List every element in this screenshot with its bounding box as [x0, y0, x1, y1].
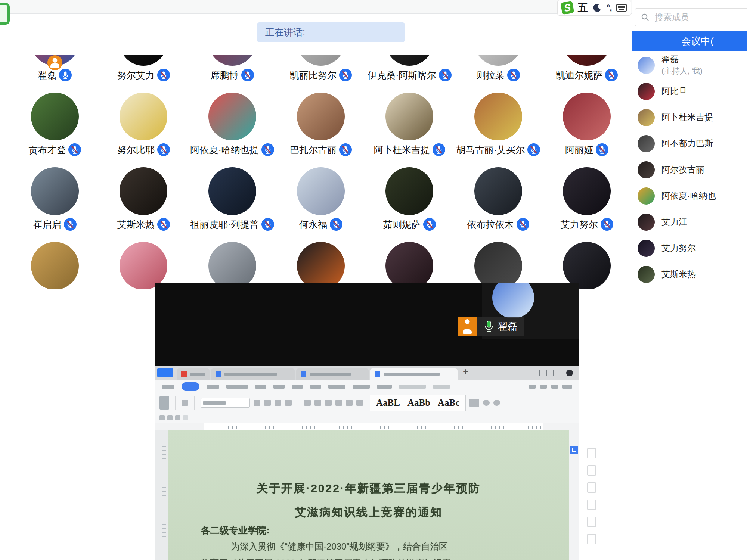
- mic-icon[interactable]: [423, 218, 436, 231]
- mic-icon[interactable]: [339, 143, 352, 156]
- menu-item[interactable]: [226, 385, 248, 389]
- indent-button[interactable]: [335, 400, 342, 406]
- account-avatar-icon[interactable]: [566, 370, 573, 376]
- member-search-box[interactable]: [635, 8, 747, 26]
- styles-gallery[interactable]: AaBL AaBb AaBc: [370, 395, 466, 411]
- side-tool-icon[interactable]: [587, 448, 596, 458]
- style-chip[interactable]: AaBL: [376, 398, 400, 408]
- participant-tile[interactable]: [99, 242, 187, 289]
- mic-icon[interactable]: [330, 218, 342, 231]
- search-tool-icon[interactable]: [539, 370, 547, 376]
- participant-tile[interactable]: 翟磊: [10, 55, 99, 93]
- participant-tile[interactable]: 努尔比耶: [99, 93, 187, 167]
- participant-tile[interactable]: 巴扎尔古丽: [276, 93, 365, 167]
- sogou-logo-icon[interactable]: S: [561, 1, 574, 15]
- tab-in-meeting[interactable]: 会议中(: [632, 31, 747, 51]
- mic-icon[interactable]: [339, 69, 352, 81]
- underline-button[interactable]: [275, 400, 281, 406]
- participant-tile[interactable]: 祖丽皮耶·列提普: [188, 167, 276, 242]
- menu-item[interactable]: [353, 385, 370, 389]
- participant-tile[interactable]: [188, 242, 276, 289]
- menu-item[interactable]: [273, 385, 285, 389]
- shading-button[interactable]: [356, 400, 363, 406]
- mic-icon[interactable]: [241, 69, 254, 81]
- moon-icon[interactable]: [592, 3, 602, 13]
- font-color-button[interactable]: [285, 400, 292, 406]
- participant-tile[interactable]: 胡马古丽·艾买尔: [454, 93, 542, 167]
- menu-item[interactable]: [377, 385, 392, 389]
- participant-tile[interactable]: 艾斯米热: [99, 167, 187, 242]
- mic-icon[interactable]: [527, 143, 540, 156]
- wps-tab[interactable]: [177, 368, 210, 380]
- participant-tile[interactable]: 伊克桑·阿斯喀尔: [365, 55, 454, 93]
- side-tool-icon[interactable]: [587, 465, 596, 476]
- member-item[interactable]: 阿卜杜米吉提: [632, 105, 747, 131]
- member-item[interactable]: 阿比旦: [632, 78, 747, 105]
- participant-tile[interactable]: 阿依夏·哈纳也提: [188, 93, 276, 167]
- participant-tile[interactable]: 阿丽娅: [543, 93, 631, 167]
- participant-tile[interactable]: [365, 242, 454, 289]
- mic-icon[interactable]: [157, 69, 170, 81]
- list-button[interactable]: [325, 400, 332, 406]
- mic-icon[interactable]: [596, 143, 608, 156]
- member-item[interactable]: 艾力努尔: [632, 235, 747, 261]
- mic-icon[interactable]: [601, 218, 613, 231]
- format-painter-icon[interactable]: [182, 400, 188, 406]
- wps-tab[interactable]: [296, 368, 369, 380]
- menu-item[interactable]: [399, 385, 426, 389]
- menu-item[interactable]: [328, 385, 345, 389]
- replace-button[interactable]: [493, 400, 500, 406]
- participant-tile[interactable]: 努尔艾力: [99, 55, 187, 93]
- document-page[interactable]: 关于开展·2022·年新疆第三届青少年预防 艾滋病知识线上竞赛的通知 各二级专业…: [168, 430, 569, 560]
- member-item[interactable]: 艾力江: [632, 209, 747, 235]
- participant-tile[interactable]: 贡布才登: [10, 93, 99, 167]
- align-center-button[interactable]: [314, 400, 321, 406]
- keyboard-icon[interactable]: [616, 4, 627, 12]
- wps-tab-active[interactable]: [370, 368, 458, 380]
- mic-icon[interactable]: [59, 69, 72, 81]
- mic-icon[interactable]: [261, 218, 274, 231]
- member-item[interactable]: 阿不都力巴斯: [632, 131, 747, 157]
- mic-icon[interactable]: [68, 143, 81, 156]
- mic-icon[interactable]: [157, 218, 170, 231]
- italic-button[interactable]: [264, 400, 271, 406]
- wps-tab[interactable]: [211, 368, 295, 380]
- bold-button[interactable]: [254, 400, 260, 406]
- side-tool-icon[interactable]: [587, 482, 596, 493]
- paste-button[interactable]: [159, 396, 169, 410]
- align-left-button[interactable]: [304, 400, 311, 406]
- menu-item[interactable]: [310, 385, 321, 389]
- ime-tone-marks[interactable]: °,: [607, 3, 612, 13]
- mic-icon[interactable]: [439, 69, 452, 81]
- participant-tile[interactable]: 凯迪尔妮萨: [543, 55, 631, 93]
- member-item[interactable]: 阿尔孜古丽: [632, 157, 747, 183]
- participant-tile[interactable]: 崔启启: [10, 167, 99, 242]
- participant-tile[interactable]: 茹则妮萨: [365, 167, 454, 242]
- side-tool-icon[interactable]: [587, 500, 596, 510]
- menu-item-active[interactable]: [182, 382, 199, 391]
- participant-tile[interactable]: 凯丽比努尔: [276, 55, 365, 93]
- ime-mode-char[interactable]: 五: [578, 1, 588, 15]
- member-item[interactable]: 翟磊 (主持人, 我): [632, 52, 747, 78]
- participant-tile[interactable]: [10, 242, 99, 289]
- participant-tile[interactable]: 席鹏博: [188, 55, 276, 93]
- menu-item[interactable]: [255, 385, 266, 389]
- menu-item[interactable]: [292, 385, 303, 389]
- member-item[interactable]: 艾斯米热: [632, 261, 747, 287]
- comment-marker-icon[interactable]: [570, 446, 578, 454]
- mic-icon[interactable]: [261, 143, 274, 156]
- participant-tile[interactable]: [276, 242, 365, 289]
- font-select[interactable]: [201, 398, 250, 408]
- layout-tool-icon[interactable]: [553, 370, 560, 376]
- participant-tile[interactable]: 艾力努尔: [543, 167, 631, 242]
- side-tool-icon[interactable]: [587, 534, 596, 544]
- menu-item[interactable]: [162, 385, 174, 389]
- wps-logo[interactable]: [157, 368, 173, 377]
- mic-icon[interactable]: [507, 69, 520, 81]
- mic-icon[interactable]: [157, 143, 170, 156]
- mic-icon[interactable]: [433, 143, 445, 156]
- participant-tile[interactable]: [454, 242, 542, 289]
- participant-tile[interactable]: 则拉莱: [454, 55, 542, 93]
- mic-icon[interactable]: [64, 218, 77, 231]
- participant-tile[interactable]: 阿卜杜米吉提: [365, 93, 454, 167]
